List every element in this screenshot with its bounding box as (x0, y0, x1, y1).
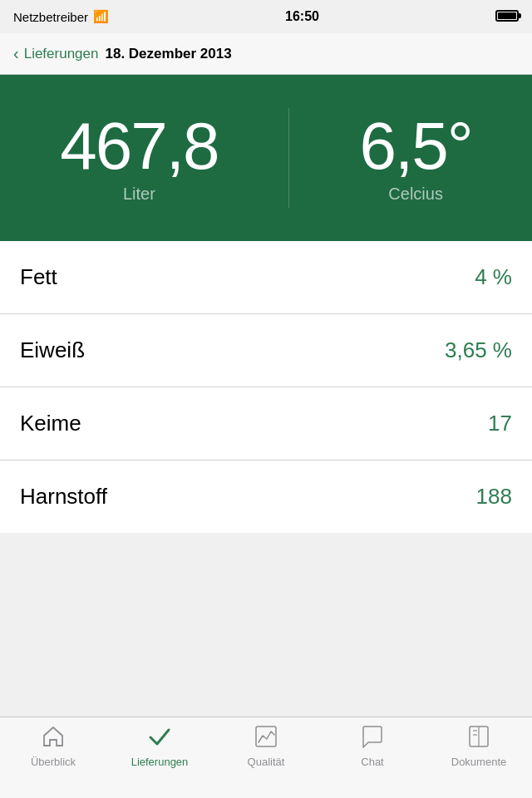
hero-liters: 467,8 Liter (60, 113, 218, 204)
tab-chat[interactable]: Chat (331, 724, 414, 768)
carrier-label: Netzbetreiber (13, 10, 88, 24)
tab-label-dokumente: Dokumente (451, 756, 506, 768)
table-row: Fett 4 % (0, 241, 532, 314)
tab-dokumente[interactable]: Dokumente (437, 724, 520, 768)
home-icon (41, 724, 66, 752)
tab-label-qualitaet: Qualität (248, 756, 285, 768)
check-icon (147, 724, 172, 752)
chat-icon (360, 724, 385, 752)
table-row: Harnstoff 188 (0, 461, 532, 533)
svg-rect-0 (256, 727, 276, 746)
wifi-icon: 📶 (93, 9, 109, 24)
battery-icon (495, 10, 519, 24)
chart-icon (254, 724, 278, 752)
hero-panel: 467,8 Liter 6,5° Celcius (0, 75, 532, 241)
hero-value-temp: 6,5° (360, 113, 472, 180)
nav-title: 18. Dezember 2013 (105, 46, 231, 62)
tab-label-chat: Chat (361, 756, 383, 768)
hero-temp: 6,5° Celcius (360, 113, 472, 204)
row-label-keime: Keime (20, 411, 81, 436)
table-row: Keime 17 (0, 387, 532, 461)
hero-divider (288, 108, 289, 208)
hero-value-liters: 467,8 (60, 113, 218, 180)
back-label: Lieferungen (24, 46, 99, 62)
tab-qualitaet[interactable]: Qualität (224, 724, 308, 768)
row-label-eiweiss: Eiweiß (20, 337, 85, 363)
tab-lieferungen[interactable]: Lieferungen (118, 724, 201, 768)
book-icon (466, 724, 491, 752)
table-row: Eiweiß 3,65 % (0, 314, 532, 387)
status-bar: Netzbetreiber 📶 16:50 (0, 0, 532, 33)
nav-bar: ‹ Lieferungen 18. Dezember 2013 (0, 33, 532, 75)
row-label-fett: Fett (20, 264, 57, 290)
back-chevron-icon: ‹ (13, 44, 19, 63)
hero-label-liters: Liter (60, 185, 218, 204)
row-label-harnstoff: Harnstoff (20, 484, 107, 510)
hero-label-temp: Celcius (360, 185, 472, 204)
tab-ueberblick[interactable]: Überblick (12, 724, 95, 768)
data-list: Fett 4 % Eiweiß 3,65 % Keime 17 Harnstof… (0, 241, 532, 533)
tab-label-ueberblick: Überblick (31, 756, 76, 768)
row-value-harnstoff: 188 (476, 484, 512, 510)
tab-label-lieferungen: Lieferungen (131, 756, 189, 768)
row-value-eiweiss: 3,65 % (445, 337, 512, 363)
time-label: 16:50 (285, 9, 319, 24)
row-value-fett: 4 % (475, 264, 512, 290)
row-value-keime: 17 (488, 411, 512, 436)
back-button[interactable]: ‹ Lieferungen (13, 44, 98, 63)
tab-bar: Überblick Lieferungen Qualität Chat (0, 717, 532, 798)
